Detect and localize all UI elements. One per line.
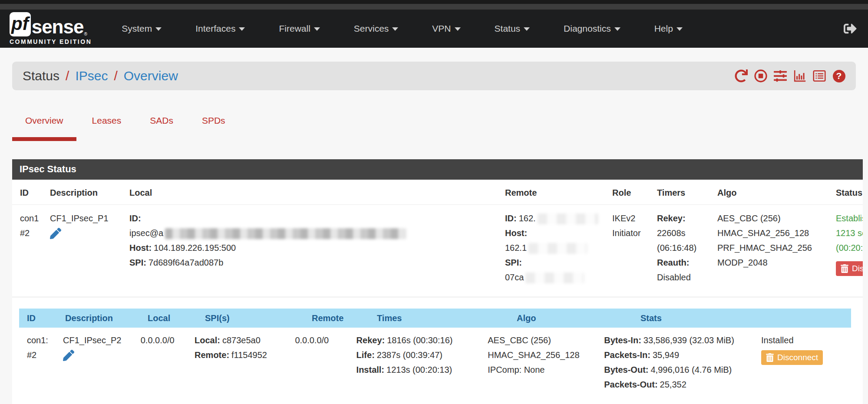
col-header-description: Description [65,311,148,325]
row-times: Rekey:1816s (00:30:16) Life:2387s (00:39… [356,333,488,392]
stat-label: Packets-In: [604,350,650,360]
row-timers: Rekey: 22608s (06:16:48) Reauth: Disable… [657,211,717,285]
breadcrumb-separator: / [114,69,117,83]
row-id: con1 #2 [20,211,50,285]
row-remote: ID:162. Host: 162.1 SPI: 07ca [505,211,612,285]
sign-out-icon [844,22,857,35]
list-icon[interactable] [813,69,826,82]
nav-item-help[interactable]: Help [637,23,700,34]
col-header-local: Local [129,185,505,200]
row-algo: AES_CBC (256) HMAC_SHA2_256_128 IPComp: … [488,333,604,392]
redacted-value [528,243,587,254]
chevron-down-icon [314,27,320,31]
child-sa-section: ID Description Local SPI(s) Remote Times… [12,297,863,404]
nav-item-firewall[interactable]: Firewall [262,23,337,34]
stat-label: Bytes-Out: [604,365,648,374]
refresh-icon[interactable] [735,69,748,82]
col-header-stats: Stats [640,311,808,325]
logo-pf: pf [10,12,31,36]
chevron-down-icon [455,27,461,31]
stat-value: 33,586,939 (32.03 MiB) [644,335,734,345]
col-header-times: Times [377,311,517,325]
col-header-local: Local [148,311,205,325]
page-action-icons: ? [735,69,845,82]
nav-item-status[interactable]: Status [478,23,547,34]
breadcrumb-link-overview[interactable]: Overview [124,69,178,83]
row-local: ID: ipsec@a Host:104.189.226.195:500 SPI… [129,211,505,285]
sliders-icon[interactable] [774,69,787,82]
chevron-down-icon [614,27,620,31]
ipsec-status-table: ID Description Local Remote Role Timers … [12,180,863,404]
bar-chart-icon[interactable] [793,69,806,82]
breadcrumb-link-ipsec[interactable]: IPsec [75,69,108,83]
row-description: CF1_IPsec_P2 [63,333,141,392]
nav-item-system[interactable]: System [105,23,178,34]
row-local: 0.0.0.0/0 [141,333,195,392]
chevron-down-icon [155,27,162,31]
logo-sense: sense [32,17,84,36]
table-row: con1: #2 CF1_IPsec_P2 0.0.0.0/0 Local:c8… [19,328,851,404]
window-title-strip [0,4,868,10]
breadcrumb-section: Status [23,69,59,83]
trash-icon [766,353,774,362]
row-description: CF1_IPsec_P1 [50,211,129,285]
tab-sads[interactable]: SADs [137,115,186,141]
disconnect-button[interactable]: Disconnect [836,261,863,276]
col-header-timers: Timers [657,185,717,200]
col-header-remote: Remote [505,185,612,200]
table-row: con1 #2 CF1_IPsec_P1 ID: ipsec@a Host:10… [12,205,863,297]
stat-label: Bytes-In: [604,335,641,345]
col-header-id: ID [20,185,50,200]
child-header-row: ID Description Local SPI(s) Remote Times… [19,309,851,328]
row-id: con1: #2 [27,333,63,392]
chevron-down-icon [677,27,683,31]
breadcrumb-bar: Status / IPsec / Overview ? [12,62,856,90]
stat-value: 25,352 [660,380,686,389]
stat-label: Packets-Out: [604,380,657,389]
logo-edition: COMMUNITY EDITION [10,38,92,45]
col-header-role: Role [612,185,657,200]
logout-button[interactable] [844,22,857,35]
chevron-down-icon [524,27,530,31]
window-top-strip [0,0,868,4]
row-remote: 0.0.0.0/0 [295,333,356,392]
chevron-down-icon [239,27,245,31]
breadcrumb: Status / IPsec / Overview [23,69,178,83]
stat-value: 35,949 [653,350,679,360]
col-header-status: Status [836,185,863,200]
nav-item-services[interactable]: Services [337,23,416,34]
tab-overview[interactable]: Overview [12,115,76,141]
row-role: IKEv2 Initiator [612,211,657,285]
navbar: pf sense ® COMMUNITY EDITION System Inte… [0,10,868,48]
child-sa-table: ID Description Local SPI(s) Remote Times… [19,309,851,404]
tab-bar: Overview Leases SADs SPDs [12,115,856,141]
row-stats: Bytes-In:33,586,939 (32.03 MiB)Packets-I… [604,333,761,392]
redacted-value [538,213,598,224]
pfsense-logo[interactable]: pf sense ® COMMUNITY EDITION [10,12,92,45]
col-header-algo: Algo [517,311,640,325]
nav-item-interfaces[interactable]: Interfaces [178,23,262,34]
col-header-remote: Remote [312,311,377,325]
panel-title: IPsec Status [12,159,863,180]
col-header-spis: SPI(s) [205,311,312,325]
logo-registered-mark: ® [84,32,87,36]
trash-icon [841,264,848,273]
tab-spds[interactable]: SPDs [189,115,238,141]
chevron-down-icon [392,27,398,31]
edit-icon[interactable] [63,350,74,361]
nav-item-vpn[interactable]: VPN [415,23,477,34]
row-status: Established 1213 seconds (00:20:13) ago … [836,211,863,285]
row-algo: AES_CBC (256) HMAC_SHA2_256_128 PRF_HMAC… [717,211,836,285]
status-text: Established [836,211,863,226]
help-icon[interactable]: ? [832,69,845,82]
col-header-description: Description [50,185,129,200]
disconnect-button[interactable]: Disconnect [761,350,823,365]
nav-item-diagnostics[interactable]: Diagnostics [547,23,637,34]
tab-leases[interactable]: Leases [79,115,135,141]
stop-icon[interactable] [754,69,767,82]
nav-menu: System Interfaces Firewall Services VPN … [105,23,700,34]
col-header-algo: Algo [717,185,836,200]
redacted-value [525,273,584,283]
status-text: Installed [761,333,848,348]
edit-icon[interactable] [50,228,61,239]
